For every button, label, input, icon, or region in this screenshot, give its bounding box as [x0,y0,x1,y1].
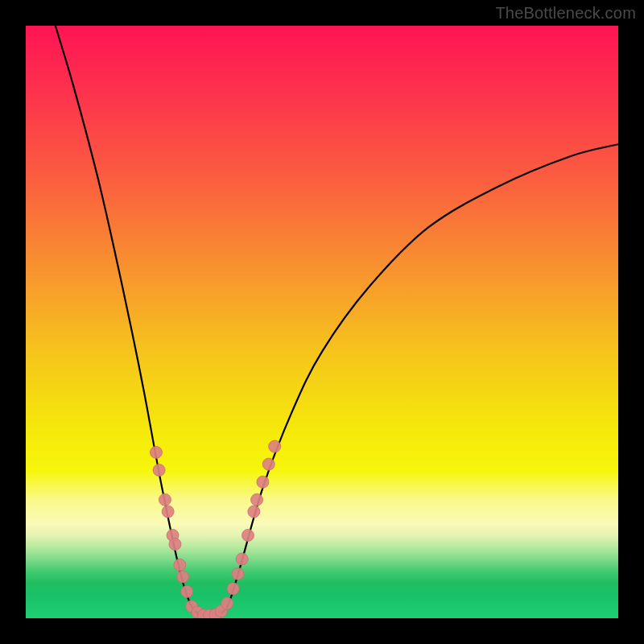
watermark-text: TheBottleneck.com [495,4,636,23]
marker-dot [153,464,165,477]
marker-dot [169,539,181,551]
marker-dot [227,583,239,595]
marker-dot [232,568,244,580]
chart-svg [26,26,618,618]
marker-dot [174,559,186,571]
marker-dot [251,493,263,506]
marker-dot [181,585,193,597]
marker-dot [257,476,269,488]
marker-dot [177,571,189,583]
marker-dot [236,553,248,565]
plot-area [26,26,618,618]
marker-dot [159,493,171,506]
marker-dot [262,458,275,470]
bottleneck-curve [56,26,618,617]
marker-dot [221,597,233,609]
marker-dot [269,440,281,452]
marker-dot [248,506,260,518]
marker-dot [162,506,174,518]
chart-frame: TheBottleneck.com [0,0,644,644]
marker-dot [150,446,162,458]
marker-dot [242,529,254,541]
curve-layer [56,26,618,617]
